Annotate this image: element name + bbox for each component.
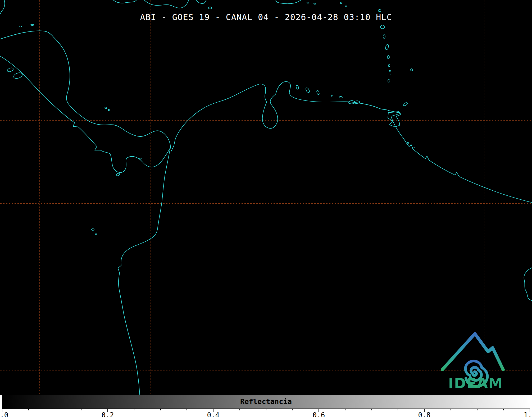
colorbar-tick-mark [371, 409, 372, 410]
coastline-path [31, 24, 34, 25]
colorbar-tick-label: 0.2 [102, 411, 114, 417]
coastline-path [380, 25, 385, 29]
coastline-path [0, 31, 532, 203]
colorbar-tick-mark [160, 409, 161, 410]
coastline-path [113, 0, 137, 3]
coastline-path [14, 73, 22, 79]
coastline-path [340, 3, 342, 4]
colorbar-tick-mark [451, 409, 451, 410]
coastline-path [208, 7, 212, 9]
coastline-path [296, 85, 299, 89]
colorbar-tick-mark [28, 409, 29, 410]
coastline-path [524, 268, 532, 301]
coastline-path [413, 147, 414, 148]
coastline-path [196, 0, 206, 3]
colorbar-tick-label: 0.4 [207, 411, 220, 417]
colorbar-tick-mark [134, 409, 134, 410]
colorbar-tick-mark [187, 409, 187, 410]
coastline-path [307, 2, 309, 3]
image-title: ABI - GOES 19 - CANAL 04 - 2026-04-28 03… [0, 12, 532, 22]
coastline-path [116, 173, 120, 176]
colorbar-tick-label: 0.8 [418, 411, 431, 417]
colorbar-tick-label: 0.6 [313, 411, 325, 417]
coastline-path [390, 74, 391, 75]
colorbar: Reflectancia 0.00.20.40.60.81.0 [0, 395, 532, 417]
logo-text: IDEAM [448, 375, 503, 392]
colorbar-tick-label: 1.0 [524, 411, 532, 417]
coastline-path [378, 10, 381, 12]
coastline-path [95, 234, 97, 235]
coastline-path [411, 69, 413, 71]
colorbar-tick-mark [345, 409, 345, 410]
coastline-path [92, 229, 94, 230]
colorbar-tick-mark [55, 409, 55, 410]
coastline-path [7, 68, 13, 72]
colorbar-label: Reflectancia [2, 395, 530, 409]
colorbar-tick-mark [81, 409, 81, 410]
coastline-path [345, 6, 347, 7]
coastline-path [105, 107, 107, 109]
colorbar-tick-mark [398, 409, 398, 410]
coastline-path [0, 56, 170, 395]
colorbar-gradient: Reflectancia [2, 395, 530, 409]
coastline-path [383, 35, 385, 38]
coastline-path [389, 70, 390, 71]
colorbar-tick-label: 0.0 [0, 411, 8, 417]
coastline-path [314, 3, 316, 4]
coastline-path [276, 0, 301, 4]
coastline-path [387, 56, 389, 59]
coastline-path [339, 97, 342, 98]
coastline-path [388, 65, 390, 67]
coastline-path [317, 91, 319, 95]
coastline-path [403, 103, 407, 106]
coastline-path [385, 44, 389, 50]
coastline-path [407, 142, 409, 143]
coastline-path [19, 26, 22, 27]
colorbar-tick-mark [503, 409, 504, 410]
coastline-path [140, 158, 141, 159]
coastline-path [331, 95, 332, 96]
coastline-path [108, 109, 110, 111]
logo-mountain-icon [442, 334, 503, 370]
coastline-path [306, 88, 310, 93]
colorbar-tick-mark [292, 409, 293, 410]
colorbar-tick-mark [266, 409, 266, 410]
colorbar-tick-mark [477, 409, 478, 410]
ideam-logo: IDEAM [436, 330, 513, 395]
coastline-path [388, 80, 390, 82]
colorbar-tick-mark [239, 409, 240, 410]
